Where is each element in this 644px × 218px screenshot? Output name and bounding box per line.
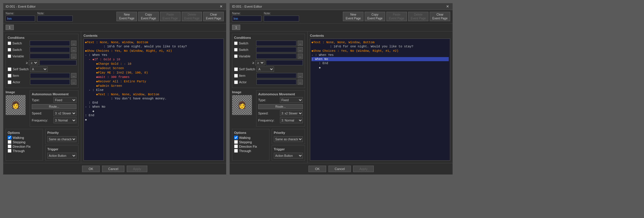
note-input-1[interactable] xyxy=(37,16,73,21)
actor-dots-2[interactable]: ... xyxy=(298,79,303,85)
image-section-1: Image 👩 xyxy=(6,90,27,127)
content-line-1-13: ◆Text : None, None, Window, Bottom xyxy=(85,92,222,96)
switch2-dots-1[interactable]: ... xyxy=(71,47,76,52)
apply-button-1[interactable]: Apply xyxy=(127,166,147,172)
new-event-page-btn-1[interactable]: NewEvent Page xyxy=(116,12,137,21)
route-button-2[interactable]: Route... xyxy=(258,104,303,109)
variable-input-2[interactable] xyxy=(256,54,296,59)
image-box-2[interactable]: 👩 xyxy=(232,95,252,115)
close-button-1[interactable]: ✕ xyxy=(218,4,224,9)
item-input-1[interactable] xyxy=(30,73,70,78)
content-line-1-10: ◆Recover All : Entire Party xyxy=(85,79,222,84)
item-checkbox-2[interactable] xyxy=(234,74,238,78)
switch1-input-2[interactable] xyxy=(256,41,296,46)
speed-row-1: Speed: 3: x2 Slower xyxy=(32,110,76,116)
switch1-dots-2[interactable]: ... xyxy=(298,41,303,46)
variable-op-select-2[interactable]: ≥ xyxy=(255,60,265,65)
paste-event-page-btn-2[interactable]: PasteEvent Page xyxy=(386,12,407,21)
priority-select-2[interactable]: Same as characters xyxy=(274,136,303,142)
variable-input-1[interactable] xyxy=(30,54,70,59)
variable-op-select-1[interactable]: ≥ xyxy=(29,60,38,65)
item-input-2[interactable] xyxy=(256,73,296,78)
options-section-1: Options Walking Stepping Direction Fix xyxy=(6,129,43,161)
variable-label-1: Variable xyxy=(12,54,29,58)
movement-type-select-1[interactable]: Fixed xyxy=(54,97,76,103)
actor-input-1[interactable] xyxy=(30,79,70,85)
actor-checkbox-2[interactable] xyxy=(234,80,238,84)
variable-dots-2[interactable]: ... xyxy=(298,54,303,59)
trigger-select-1[interactable]: Action Button xyxy=(47,153,76,159)
paste-event-page-btn-1[interactable]: PasteEvent Page xyxy=(160,12,181,21)
frequency-select-2[interactable]: 3: Normal xyxy=(280,117,303,123)
delete-event-page-btn-1[interactable]: DeleteEvent Page xyxy=(182,12,202,21)
stepping-row-2: Stepping xyxy=(234,140,267,144)
cancel-button-2[interactable]: Cancel xyxy=(328,166,351,172)
page-tab-2[interactable]: 1 xyxy=(232,25,240,30)
variable-dots-1[interactable]: ... xyxy=(71,54,76,59)
switch1-checkbox-1[interactable] xyxy=(8,41,11,45)
speed-select-1[interactable]: 3: x2 Slower xyxy=(54,110,76,116)
delete-event-page-btn-2[interactable]: DeleteEvent Page xyxy=(408,12,429,21)
conditions-title-2: Conditions xyxy=(234,36,303,39)
actor-dots-1[interactable]: ... xyxy=(71,79,76,85)
switch2-input-2[interactable] xyxy=(256,47,296,52)
walking-checkbox-1[interactable] xyxy=(8,136,11,139)
stepping-checkbox-2[interactable] xyxy=(234,140,238,144)
switch1-dots-1[interactable]: ... xyxy=(71,41,76,46)
switch2-checkbox-2[interactable] xyxy=(234,48,238,51)
self-switch-checkbox-2[interactable] xyxy=(234,67,238,71)
name-input-1[interactable] xyxy=(6,16,35,21)
frequency-select-1[interactable]: 3: Normal xyxy=(54,117,76,123)
copy-event-page-btn-1[interactable]: CopyEvent Page xyxy=(138,12,159,21)
page-tab-1[interactable]: 1 xyxy=(6,25,14,30)
direction-fix-checkbox-2[interactable] xyxy=(234,144,238,148)
switch1-checkbox-2[interactable] xyxy=(234,41,238,45)
ok-button-2[interactable]: OK xyxy=(308,166,326,172)
copy-event-page-btn-2[interactable]: CopyEvent Page xyxy=(365,12,385,21)
actor-checkbox-1[interactable] xyxy=(8,80,11,84)
switch2-dots-2[interactable]: ... xyxy=(298,47,303,52)
clear-event-page-btn-1[interactable]: ClearEvent Page xyxy=(203,12,224,21)
item-dots-1[interactable]: ... xyxy=(71,73,76,78)
new-event-page-btn-2[interactable]: NewEvent Page xyxy=(343,12,363,21)
variable-op-label-1: ≥ xyxy=(26,61,28,64)
variable-checkbox-1[interactable] xyxy=(8,54,11,58)
speed-select-2[interactable]: 3: x2 Slower xyxy=(280,110,303,116)
priority-select-1[interactable]: Same as characters xyxy=(47,136,76,142)
content-line-2-6: : End xyxy=(311,61,449,65)
route-button-1[interactable]: Route... xyxy=(32,104,76,109)
footer-2: OK Cancel Apply xyxy=(230,163,453,174)
close-button-2[interactable]: ✕ xyxy=(445,4,450,9)
walking-checkbox-2[interactable] xyxy=(234,136,238,139)
trigger-select-2[interactable]: Action Button xyxy=(274,153,303,159)
name-input-2[interactable] xyxy=(232,16,261,21)
image-box-1[interactable]: 👩 xyxy=(6,95,26,115)
ok-button-1[interactable]: OK xyxy=(82,166,100,172)
switch2-checkbox-1[interactable] xyxy=(8,48,11,51)
variable-checkbox-2[interactable] xyxy=(234,54,238,58)
through-checkbox-2[interactable] xyxy=(234,149,238,153)
direction-fix-checkbox-1[interactable] xyxy=(8,144,11,148)
variable-value-input-2[interactable] xyxy=(266,60,303,65)
switch2-input-1[interactable] xyxy=(30,47,70,52)
variable-value-input-1[interactable] xyxy=(39,60,76,65)
clear-event-page-btn-2[interactable]: ClearEvent Page xyxy=(430,12,450,21)
cancel-button-1[interactable]: Cancel xyxy=(102,166,124,172)
note-input-2[interactable] xyxy=(264,16,299,21)
movement-type-select-2[interactable]: Fixed xyxy=(280,97,303,103)
actor-input-2[interactable] xyxy=(256,79,296,85)
item-dots-2[interactable]: ... xyxy=(298,73,303,78)
self-switch-select-2[interactable]: A xyxy=(256,66,274,72)
content-line-1-5: - ◆If : Gold ≥ 10 xyxy=(85,57,222,61)
self-switch-checkbox-1[interactable] xyxy=(8,67,11,71)
item-checkbox-1[interactable] xyxy=(8,74,11,78)
apply-button-2[interactable]: Apply xyxy=(353,166,374,172)
contents-box-2[interactable]: ◆Text : None, None, Window, Bottom : 10\… xyxy=(310,39,450,161)
through-checkbox-1[interactable] xyxy=(8,149,11,153)
switch1-input-1[interactable] xyxy=(30,41,70,46)
content-line-2-5[interactable]: : When No xyxy=(311,57,449,61)
options-priority-trigger-row-1: Options Walking Stepping Direction Fix xyxy=(6,129,79,161)
self-switch-select-1[interactable]: A xyxy=(30,66,48,72)
contents-box-1[interactable]: ◆Text : None, None, Window, Bottom : 10\… xyxy=(84,39,224,161)
stepping-checkbox-1[interactable] xyxy=(8,140,11,144)
